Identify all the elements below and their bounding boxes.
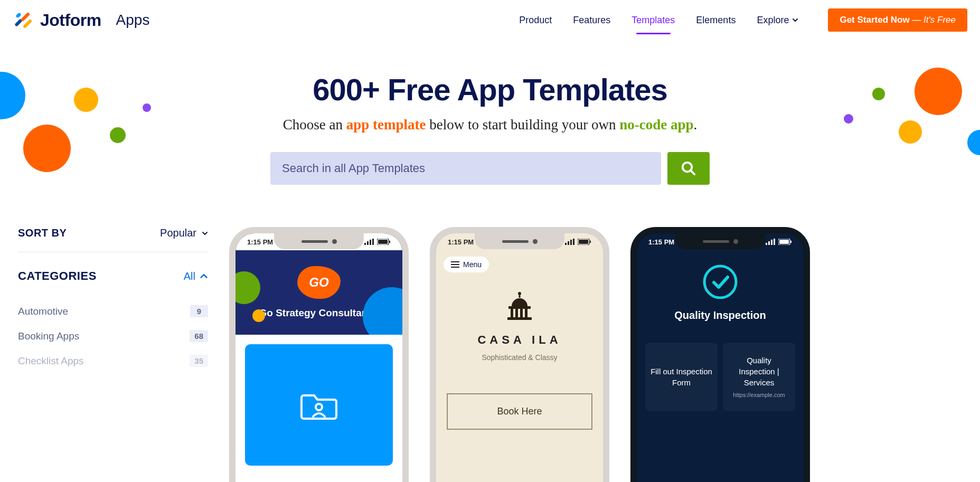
categories-all-label: All [184, 270, 195, 282]
search-input[interactable] [270, 152, 661, 185]
decor-dot [899, 120, 922, 144]
template-card[interactable]: 1:15 PM Quality Inspection Fill out Insp… [630, 227, 810, 482]
svg-rect-3 [15, 12, 21, 18]
status-time: 1:15 PM [448, 238, 474, 246]
svg-rect-8 [370, 240, 371, 245]
svg-rect-37 [790, 241, 791, 243]
status-time: 1:15 PM [648, 238, 674, 246]
search-row [11, 152, 969, 185]
search-button[interactable] [667, 152, 710, 185]
card-link: https://example.com [728, 391, 790, 399]
category-name: Checklist Apps [18, 355, 84, 367]
svg-rect-17 [573, 239, 574, 245]
nav-templates[interactable]: Templates [632, 11, 675, 30]
nav-product[interactable]: Product [519, 11, 552, 30]
signal-icon [766, 239, 775, 245]
check-circle-icon [702, 264, 738, 300]
svg-rect-33 [771, 240, 772, 245]
app-subtitle: Sophisticated & Classy [447, 353, 592, 362]
signal-icon [364, 239, 374, 245]
app-logo: GO [297, 266, 341, 299]
nav-explore-label: Explore [757, 15, 789, 26]
book-button[interactable]: Book Here [447, 393, 592, 430]
section-label: Apps [116, 12, 150, 29]
cta-em: — It's Free [910, 15, 956, 25]
category-name: Booking Apps [18, 330, 79, 342]
signal-icon [565, 239, 574, 245]
svg-rect-19 [579, 240, 588, 244]
action-card[interactable]: Fill out Inspection Form [645, 343, 718, 411]
nav-explore[interactable]: Explore [757, 11, 798, 30]
category-name: Automotive [18, 306, 68, 317]
feature-card [245, 344, 393, 466]
app-title: Quality Inspection [645, 309, 795, 322]
nav-features[interactable]: Features [573, 11, 610, 30]
hero: 600+ Free App Templates Choose an app te… [0, 40, 980, 206]
decor-dot [967, 130, 980, 155]
svg-rect-36 [779, 240, 789, 244]
svg-rect-34 [774, 239, 775, 245]
svg-point-38 [704, 266, 736, 298]
template-card[interactable]: 1:15 PM GO Go Strategy Consultancy [229, 227, 409, 482]
battery-icon [377, 239, 391, 245]
cta-main: Get Started Now [840, 15, 909, 25]
category-item[interactable]: Automotive 9 [18, 299, 208, 324]
svg-rect-29 [525, 309, 527, 317]
category-item[interactable]: Booking Apps 68 [18, 324, 208, 348]
decor-dot [872, 88, 885, 100]
categories-header: CATEGORIES All [18, 269, 208, 287]
decor-dot [110, 127, 126, 143]
category-item[interactable]: Checklist Apps 35 [18, 348, 208, 373]
battery-icon [778, 239, 792, 245]
logo-area[interactable]: Jotform Apps [13, 10, 149, 31]
menu-label: Menu [463, 260, 482, 269]
svg-rect-14 [565, 243, 567, 245]
phone-notch [274, 233, 364, 249]
status-time: 1:15 PM [247, 238, 273, 246]
template-body: CASA ILA Sophisticated & Classy Book Her… [436, 250, 603, 440]
action-card[interactable]: Quality Inspection | Services https://ex… [723, 343, 795, 411]
template-header: GO Go Strategy Consultancy [235, 250, 402, 335]
menu-button[interactable]: Menu [444, 257, 489, 272]
card-grid: Fill out Inspection Form Quality Inspect… [645, 343, 795, 411]
svg-point-24 [518, 292, 521, 295]
svg-rect-26 [511, 309, 513, 317]
hero-title: 600+ Free App Templates [11, 72, 969, 107]
category-count: 9 [190, 305, 208, 317]
svg-rect-30 [507, 317, 532, 320]
nav-elements[interactable]: Elements [696, 11, 736, 30]
category-count: 68 [190, 330, 208, 342]
category-count: 35 [190, 355, 208, 367]
svg-rect-7 [367, 241, 369, 245]
header: Jotform Apps Product Features Templates … [0, 0, 980, 40]
sort-row: SORT BY Popular [18, 227, 208, 252]
chevron-down-icon [202, 230, 208, 237]
sort-value: Popular [160, 227, 196, 239]
categories-all-toggle[interactable]: All [184, 270, 208, 282]
get-started-button[interactable]: Get Started Now — It's Free [828, 8, 967, 32]
svg-rect-20 [590, 241, 591, 243]
search-icon [681, 160, 696, 176]
decor-dot [915, 68, 962, 115]
content: SORT BY Popular CATEGORIES All Automotiv… [0, 206, 980, 482]
battery-icon [578, 239, 591, 245]
template-card[interactable]: 1:15 PM Menu CASA ILA Sophisticated & Cl… [430, 227, 609, 482]
svg-rect-12 [389, 241, 390, 243]
svg-rect-6 [364, 243, 366, 245]
template-body: Quality Inspection Fill out Inspection F… [637, 250, 804, 421]
decor-dot [143, 103, 151, 112]
folder-person-icon [300, 389, 337, 421]
svg-rect-11 [378, 240, 388, 244]
brand-name: Jotform [40, 11, 101, 30]
main-nav: Product Features Templates Elements Expl… [519, 8, 967, 32]
svg-rect-25 [508, 306, 531, 309]
sort-select[interactable]: Popular [160, 227, 208, 239]
sidebar: SORT BY Popular CATEGORIES All Automotiv… [18, 227, 208, 482]
chevron-down-icon [792, 17, 798, 23]
jotform-logo-icon [13, 10, 34, 31]
decor-dot [23, 125, 71, 172]
svg-rect-28 [520, 309, 523, 317]
templates-grid: 1:15 PM GO Go Strategy Consultancy [229, 227, 962, 482]
phone-notch [675, 233, 765, 249]
phone-notch [475, 233, 564, 249]
